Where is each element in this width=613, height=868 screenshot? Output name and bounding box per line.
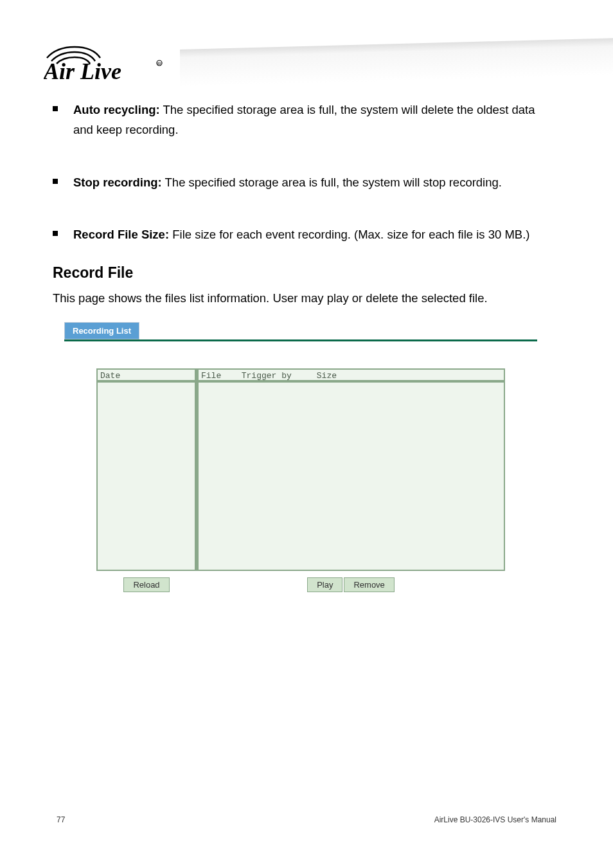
section-title: Record File	[53, 264, 537, 282]
bullet-item-record-file-size: Record File Size: File size for each eve…	[53, 224, 537, 244]
page-content: Auto recycling: The specified storage ar…	[53, 100, 537, 648]
panel-body: Date File Trigger by Size	[64, 339, 537, 648]
bullet-body: File size for each event recording. (Max…	[169, 228, 529, 241]
column-header-date: Date	[96, 368, 196, 381]
footer-manual-title: AirLive BU-3026-IVS User's Manual	[434, 815, 556, 824]
column-header-file-row: File Trigger by Size	[197, 368, 505, 381]
section-description: This page shows the files list informati…	[53, 288, 537, 308]
recording-list-table: Date File Trigger by Size	[96, 368, 505, 592]
bullet-title: Auto recycling:	[73, 103, 160, 116]
footer-page-number: 77	[57, 815, 65, 824]
play-button[interactable]: Play	[307, 577, 342, 592]
bullet-body: The specified storage area is full, the …	[162, 176, 502, 189]
svg-text:Air Live: Air Live	[44, 59, 121, 84]
column-header-file: File	[201, 371, 221, 379]
bullet-text: Record File Size: File size for each eve…	[73, 224, 529, 244]
bullet-marker-icon	[53, 106, 58, 111]
header-swoosh	[180, 43, 613, 87]
bullet-text: Auto recycling: The specified storage ar…	[73, 100, 537, 140]
svg-text:R: R	[157, 61, 161, 67]
remove-button[interactable]: Remove	[344, 577, 394, 592]
reload-button[interactable]: Reload	[123, 577, 169, 592]
bullet-marker-icon	[53, 179, 58, 184]
recording-list-panel: Recording List Date File Trigger by Size	[64, 322, 537, 648]
bullet-item-stop-recording: Stop recording: The specified storage ar…	[53, 172, 537, 192]
column-header-trigger: Trigger by	[242, 371, 292, 381]
date-list-area[interactable]	[96, 381, 196, 571]
bullet-item-auto-recycling: Auto recycling: The specified storage ar…	[53, 100, 537, 140]
bullet-title: Record File Size:	[73, 228, 169, 241]
file-list-area[interactable]	[197, 381, 505, 571]
panel-tab-recording-list[interactable]: Recording List	[64, 322, 139, 339]
airlive-logo: Air Live R	[44, 35, 179, 84]
bullet-title: Stop recording:	[73, 176, 162, 189]
column-header-size: Size	[317, 371, 337, 381]
bullet-marker-icon	[53, 231, 58, 236]
bullet-text: Stop recording: The specified storage ar…	[73, 172, 502, 192]
